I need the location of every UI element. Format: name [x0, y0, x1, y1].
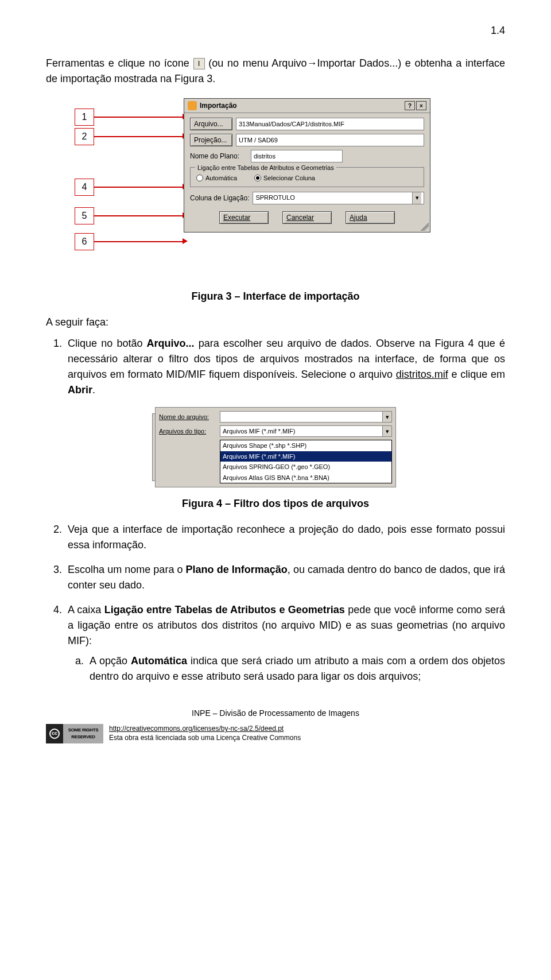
ajuda-button[interactable]: Ajuda: [346, 211, 395, 224]
radio-auto-label: Automática: [205, 173, 237, 183]
intro-text-a: Ferramentas e clique no ícone: [46, 57, 193, 69]
nome-plano-field[interactable]: distritos: [251, 150, 343, 162]
callout-6: 6: [75, 233, 94, 250]
dialog-titlebar: Importação ? ×: [184, 99, 430, 113]
tipo-arquivo-label: Arquivos do tipo:: [159, 427, 216, 436]
callout-4: 4: [75, 179, 94, 196]
step4-a: A caixa: [68, 604, 104, 615]
step-3-num: 3.: [46, 562, 62, 578]
radio-dot-selected: [254, 175, 261, 181]
intro-paragraph: Ferramentas e clique no ícone I (ou no m…: [46, 56, 505, 87]
footer-license: cc SOME RIGHTS RESERVED http://creativec…: [46, 724, 505, 743]
dropdown-arrow-icon: ▾: [382, 412, 391, 422]
radio-dot: [196, 175, 203, 181]
step-1: 1. Clique no botão Arquivo... para escol…: [63, 336, 505, 398]
fieldset-legend: Ligação entre Tabelas de Atributos e Geo…: [195, 163, 336, 173]
nome-plano-label: Nome do Plano:: [190, 151, 247, 161]
step-2-text: Veja que a interface de importação recon…: [68, 524, 505, 551]
tipo-value: Arquivos MIF (*.mif *.MIF): [220, 427, 296, 436]
step1-d: .: [92, 384, 95, 396]
cc-glyph: cc: [49, 729, 60, 739]
projecao-field[interactable]: UTM / SAD69: [236, 134, 424, 146]
dialog-title: Importação: [200, 100, 402, 111]
footer-license-text: http://creativecommons.org/licenses/by-n…: [109, 725, 301, 742]
radio-selecionar[interactable]: Selecionar Coluna: [254, 173, 315, 183]
option-shape[interactable]: Arquivos Shape (*.shp *.SHP): [220, 440, 391, 451]
step1-c: e clique em: [448, 369, 505, 380]
step-2-num: 2.: [46, 522, 62, 537]
tipo-arquivo-field[interactable]: Arquivos MIF (*.mif *.MIF) ▾: [220, 425, 392, 437]
option-spring[interactable]: Arquivos SPRING-GEO (*.geo *.GEO): [220, 462, 391, 472]
step1-a: Clique no botão: [68, 338, 147, 349]
callout-2-line: [94, 136, 184, 137]
steps-list-2: 2. Veja que a interface de importação re…: [46, 522, 505, 684]
callout-1-line: [94, 117, 184, 118]
callout-5: 5: [75, 207, 94, 224]
projecao-button[interactable]: Projeção...: [190, 134, 232, 146]
callout-2: 2: [75, 128, 94, 145]
step4-strong: Ligação entre Tabelas de Atributos e Geo…: [104, 604, 345, 615]
option-bna[interactable]: Arquivos Atlas GIS BNA (*.bna *.BNA): [220, 472, 391, 483]
figure4-caption: Figura 4 – Filtro dos tipos de arquivos: [46, 496, 505, 512]
cc-badge: cc SOME RIGHTS RESERVED: [46, 724, 103, 743]
dropdown-arrow-icon: ▾: [382, 426, 391, 436]
page-footer: INPE – Divisão de Processamento de Image…: [46, 707, 505, 743]
step-2: 2. Veja que a interface de importação re…: [63, 522, 505, 553]
option-mif[interactable]: Arquivos MIF (*.mif *.MIF): [220, 451, 391, 462]
steps-list: 1. Clique no botão Arquivo... para escol…: [46, 336, 505, 398]
dialog-icon: [188, 101, 197, 110]
arquivo-field[interactable]: 313Manual/Dados/CAP1/distritos.MIF: [236, 118, 424, 130]
cc-desc: Esta obra está licenciada sob uma Licenç…: [109, 734, 301, 742]
step-4a: a. A opção Automática indica que será cr…: [85, 653, 505, 684]
step1-underline: distritos.mif: [396, 369, 448, 380]
callout-6-arrow: [183, 238, 188, 244]
callout-5-line: [94, 215, 184, 216]
callout-1: 1: [75, 109, 94, 126]
step1-strong2: Abrir: [68, 384, 92, 396]
coluna-value: SPRROTULO: [255, 193, 294, 203]
callout-4-line: [94, 187, 184, 188]
help-button[interactable]: ?: [405, 101, 415, 110]
arquivo-button[interactable]: Arquivo...: [190, 118, 232, 130]
import-dialog: Importação ? × Arquivo... 313Manual/Dado…: [184, 98, 430, 233]
step4-sublist: a. A opção Automática indica que será cr…: [68, 653, 505, 684]
radio-sel-label: Selecionar Coluna: [263, 173, 315, 183]
left-strip: [152, 413, 156, 481]
figure4-filter-dialog: Nome do arquivo: ▾ Arquivos do tipo: Arq…: [155, 407, 396, 487]
dialog-body: Arquivo... 313Manual/Dados/CAP1/distrito…: [184, 113, 430, 232]
executar-button[interactable]: Executar: [219, 211, 269, 224]
step-4a-num: a.: [68, 653, 84, 669]
import-icon: I: [193, 58, 205, 69]
callout-6-line: [94, 241, 184, 242]
coluna-label: Coluna de Ligação:: [190, 193, 249, 203]
step-1-num: 1.: [46, 336, 62, 351]
cancelar-button[interactable]: Cancelar: [282, 211, 332, 224]
radio-automatica[interactable]: Automática: [196, 173, 237, 183]
step3-a: Escolha um nome para o: [68, 564, 186, 575]
step-4-num: 4.: [46, 602, 62, 618]
close-button[interactable]: ×: [416, 101, 426, 110]
step3-strong: Plano de Informação: [186, 564, 288, 575]
step-3: 3. Escolha um nome para o Plano de Infor…: [63, 562, 505, 593]
page-number: 1.4: [46, 23, 505, 38]
step-4: 4. A caixa Ligação entre Tabelas de Atri…: [63, 602, 505, 684]
ligacao-fieldset: Ligação entre Tabelas de Atributos e Geo…: [190, 167, 424, 187]
nome-arquivo-field[interactable]: ▾: [220, 411, 392, 423]
cc-icon: cc: [46, 724, 63, 743]
figure3-caption: Figura 3 – Interface de importação: [46, 289, 505, 304]
resize-grip-icon[interactable]: [421, 223, 429, 231]
step4a-a: A opção: [90, 655, 131, 667]
step1-strong: Arquivo...: [147, 338, 195, 349]
cc-badge-text: SOME RIGHTS RESERVED: [63, 724, 103, 743]
footer-inpe: INPE – Divisão de Processamento de Image…: [46, 707, 505, 719]
cc-link[interactable]: http://creativecommons.org/licenses/by-n…: [109, 725, 284, 733]
nome-arquivo-label: Nome do arquivo:: [159, 412, 216, 422]
tipo-dropdown-list[interactable]: Arquivos Shape (*.shp *.SHP) Arquivos MI…: [220, 440, 392, 483]
step4a-strong: Automática: [131, 655, 187, 667]
figure3-diagram: 1 2 4 5 6 Importação ? × Arquivo... 313M…: [75, 98, 476, 282]
combo-arrow-icon: ▾: [412, 192, 421, 204]
follow-label: A seguir faça:: [46, 315, 505, 330]
coluna-combo[interactable]: SPRROTULO ▾: [253, 192, 424, 204]
